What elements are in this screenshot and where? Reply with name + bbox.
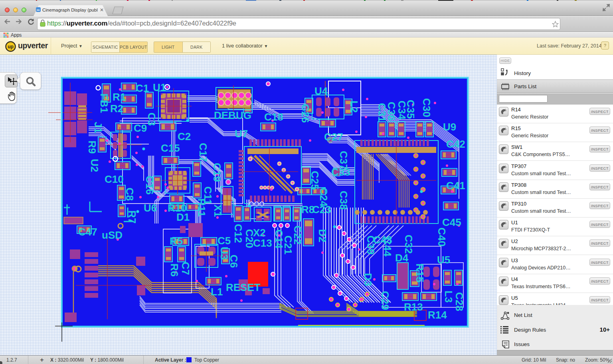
svg-text:C19: C19 (211, 163, 223, 182)
svg-text:uSD: uSD (102, 229, 123, 241)
svg-text:L2: L2 (348, 101, 360, 113)
svg-text:R15: R15 (414, 263, 426, 283)
svg-text:C18: C18 (264, 111, 283, 123)
svg-text:C14: C14 (273, 229, 285, 249)
svg-text:C36: C36 (386, 102, 397, 121)
svg-text:C20: C20 (243, 229, 255, 248)
svg-text:C1: C1 (136, 82, 149, 94)
svg-text:C16: C16 (144, 176, 156, 195)
svg-text:C23: C23 (312, 204, 331, 216)
svg-text:L1: L1 (211, 286, 223, 298)
svg-text:R11: R11 (196, 198, 208, 217)
svg-text:U5: U5 (437, 254, 450, 266)
svg-text:C42: C42 (446, 138, 465, 150)
svg-text:C45: C45 (442, 216, 461, 228)
svg-text:U4: U4 (314, 85, 328, 97)
svg-text:C32: C32 (403, 235, 415, 254)
svg-text:C38: C38 (338, 191, 350, 210)
svg-text:C41: C41 (446, 180, 465, 192)
svg-text:R8: R8 (301, 204, 314, 216)
svg-text:C28: C28 (453, 292, 465, 311)
svg-text:U2: U2 (89, 159, 101, 172)
svg-text:RESET: RESET (226, 281, 261, 293)
svg-text:R9: R9 (86, 140, 98, 154)
svg-text:U6: U6 (144, 202, 157, 214)
svg-text:R7: R7 (126, 210, 138, 224)
svg-text:R5: R5 (170, 235, 183, 247)
svg-text:C12: C12 (232, 224, 244, 243)
svg-text:U1: U1 (153, 81, 166, 93)
svg-text:C27: C27 (324, 131, 343, 143)
svg-text:R14: R14 (428, 309, 447, 321)
svg-text:FB1: FB1 (98, 93, 110, 113)
svg-text:C35: C35 (405, 100, 417, 119)
svg-text:C5: C5 (218, 235, 231, 247)
svg-text:C30: C30 (421, 98, 433, 117)
svg-text:C8: C8 (124, 188, 136, 201)
svg-text:C33: C33 (331, 166, 350, 178)
svg-text:L3: L3 (443, 291, 455, 303)
svg-text:X1: X1 (212, 204, 224, 217)
svg-text:C44: C44 (382, 237, 394, 257)
svg-text:C40: C40 (436, 228, 448, 247)
svg-text:J1: J1 (92, 122, 104, 133)
svg-text:C9: C9 (134, 122, 147, 134)
svg-text:D2: D2 (316, 229, 328, 242)
svg-text:DEBUG: DEBUG (214, 109, 251, 121)
svg-text:C7: C7 (180, 262, 192, 275)
svg-text:D3: D3 (362, 273, 374, 286)
svg-text:C17: C17 (197, 143, 209, 162)
svg-text:C3: C3 (146, 113, 158, 126)
svg-text:C6: C6 (228, 255, 240, 268)
svg-text:U7: U7 (235, 128, 248, 140)
svg-text:C13: C13 (253, 237, 272, 249)
svg-text:U9: U9 (443, 121, 456, 133)
svg-text:C15: C15 (161, 142, 180, 154)
svg-text:C10: C10 (105, 173, 124, 185)
svg-text:R1: R1 (113, 91, 126, 103)
svg-text:R13: R13 (404, 301, 423, 313)
svg-text:up: up (8, 44, 14, 49)
svg-text:R6: R6 (168, 263, 180, 277)
svg-text:C2: C2 (178, 131, 191, 142)
svg-text:C29: C29 (379, 291, 391, 310)
svg-text:C26: C26 (299, 104, 311, 123)
svg-text:C25: C25 (309, 171, 321, 190)
svg-text:R2: R2 (110, 103, 123, 115)
svg-text:D1: D1 (176, 211, 190, 223)
svg-text:C47: C47 (78, 226, 97, 238)
